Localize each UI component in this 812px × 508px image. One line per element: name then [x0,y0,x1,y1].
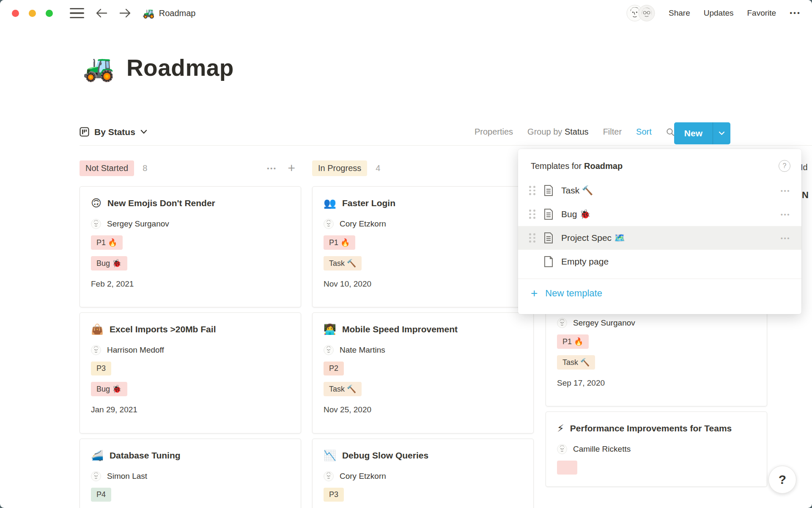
template-more-icon[interactable]: ••• [781,187,790,194]
card-tag-badge[interactable]: Bug 🐞 [91,382,127,396]
partial-card-title: N [802,190,809,201]
avatar [638,5,655,22]
card-badge-row: Task 🔨 [324,382,522,396]
back-button[interactable] [95,7,108,19]
card-tag-badge[interactable]: P1 🔥 [91,235,123,250]
board-card[interactable]: 🚄Database TuningSimon LastP4 [80,439,301,508]
assignee-avatar [91,471,101,481]
column-status-badge[interactable]: In Progress [312,160,367,176]
assignee-avatar [557,318,567,328]
drag-handle-icon[interactable] [529,233,536,243]
card-tag-badge[interactable]: Task 🔨 [324,256,362,271]
card-title-row: 👩‍💻Mobile Speed Improvement [324,323,522,336]
view-toolbar: By Status Properties Group by Status Fil… [80,119,812,146]
card-date: Sep 17, 2020 [557,378,756,388]
template-item-empty-page[interactable]: Empty page [518,250,801,273]
board-card[interactable]: 👜Excel Imports >20Mb FailHarrison Medoff… [80,312,301,433]
templates-help-icon[interactable]: ? [779,160,790,172]
card-tag-badge[interactable]: P3 [91,362,111,375]
card-tag-badge[interactable]: Task 🔨 [324,382,362,396]
card-tag-badge[interactable]: P3 [324,488,344,502]
traffic-lights [12,10,53,17]
close-window-button[interactable] [12,10,19,17]
updates-button[interactable]: Updates [704,8,734,18]
card-emoji-icon: 🙃 [91,197,102,210]
column-header: Not Started8•••+ [80,159,301,177]
new-button-chevron-icon[interactable] [713,131,730,135]
template-item-bug[interactable]: Bug 🐞••• [518,202,801,226]
board-card[interactable]: 👩‍💻Mobile Speed ImprovementNate MartinsP… [312,312,534,433]
empty-page-icon [543,256,554,268]
filter-button[interactable]: Filter [603,127,622,137]
card-date: Feb 2, 2021 [91,279,290,289]
card-tag-badge[interactable]: P4 [91,488,111,502]
new-template-button[interactable]: + New template [518,279,801,308]
zoom-window-button[interactable] [46,10,53,17]
card-emoji-icon: 👥 [324,197,336,210]
group-by-button[interactable]: Group by Status [527,127,589,137]
card-badge-row: Task 🔨 [324,256,522,271]
card-title-row: 👜Excel Imports >20Mb Fail [91,323,290,336]
assignee-name: Nate Martins [340,345,385,355]
card-emoji-icon: 🚄 [91,449,104,462]
column-more-icon[interactable]: ••• [267,165,277,172]
assignee-name: Harrison Medoff [107,345,164,355]
assignee-avatar [324,219,334,229]
card-tag-badge[interactable]: Task 🔨 [557,355,595,370]
card-tag-badge[interactable]: P2 [324,362,344,375]
breadcrumb[interactable]: 🚜 Roadmap [143,8,195,19]
share-button[interactable]: Share [669,8,690,18]
sidebar-menu-icon[interactable] [70,8,84,18]
column-status-badge[interactable]: Not Started [80,160,134,176]
drag-handle-icon[interactable] [529,186,536,195]
board-card[interactable]: 👥Faster LoginCory EtzkornP1 🔥Task 🔨Nov 1… [312,186,534,307]
drag-handle-icon[interactable] [529,210,536,219]
card-badge-row: P4 [91,488,290,502]
template-label: Empty page [561,257,609,267]
template-more-icon[interactable]: ••• [781,235,790,242]
board-card[interactable]: 📉Debug Slow QueriesCory EtzkornP3 [312,439,534,508]
page-title: Roadmap [126,54,234,81]
more-options-icon[interactable]: ••• [790,9,801,17]
template-label: Task 🔨 [561,185,593,196]
properties-button[interactable]: Properties [475,127,513,137]
templates-popup-title-target: Roadmap [584,161,623,171]
card-tag-badge[interactable] [557,461,577,475]
collaborator-avatars[interactable] [626,5,655,22]
page-icon[interactable]: 🚜 [83,55,115,80]
new-button[interactable]: New [674,122,730,144]
template-more-icon[interactable]: ••• [781,211,790,218]
partial-column-header: Id [801,163,808,172]
board-card[interactable]: ⚡Performance Improvements for TeamsCamil… [546,411,767,487]
template-item-task[interactable]: Task 🔨••• [518,179,801,202]
view-name: By Status [94,127,135,137]
card-title: Debug Slow Queries [342,449,428,462]
assignee-name: Sergey Surganov [107,219,169,229]
new-button-label[interactable]: New [674,128,713,138]
card-emoji-icon: ⚡ [557,422,564,435]
card-assignee: Harrison Medoff [91,345,290,355]
help-button[interactable]: ? [768,466,796,494]
forward-button[interactable] [119,7,132,19]
card-badge-row: P1 🔥 [557,334,756,349]
sort-button[interactable]: Sort [636,127,652,137]
view-switcher[interactable]: By Status [80,127,147,137]
plus-icon: + [531,287,538,299]
template-item-project-spec[interactable]: Project Spec 🗺️••• [518,226,801,250]
assignee-avatar [91,345,101,355]
card-title-row: ⚡Performance Improvements for Teams [557,422,756,435]
card-emoji-icon: 👜 [91,323,104,336]
card-tag-badge[interactable]: P1 🔥 [324,235,355,250]
board-card[interactable]: 🙃New Emojis Don't RenderSergey SurganovP… [80,186,301,307]
favorite-button[interactable]: Favorite [747,8,776,18]
card-tag-badge[interactable]: Bug 🐞 [91,256,127,271]
card-badge-row: P3 [324,488,522,502]
card-title: New Emojis Don't Render [107,197,215,210]
card-date: Nov 10, 2020 [324,279,522,289]
card-tag-badge[interactable]: P1 🔥 [557,334,589,349]
minimize-window-button[interactable] [29,10,36,17]
card-assignee: Nate Martins [324,345,522,355]
card-badge-row: Task 🔨 [557,355,756,370]
column-add-card-icon[interactable]: + [288,162,295,174]
column-cards: 👥Faster LoginCory EtzkornP1 🔥Task 🔨Nov 1… [312,186,534,508]
